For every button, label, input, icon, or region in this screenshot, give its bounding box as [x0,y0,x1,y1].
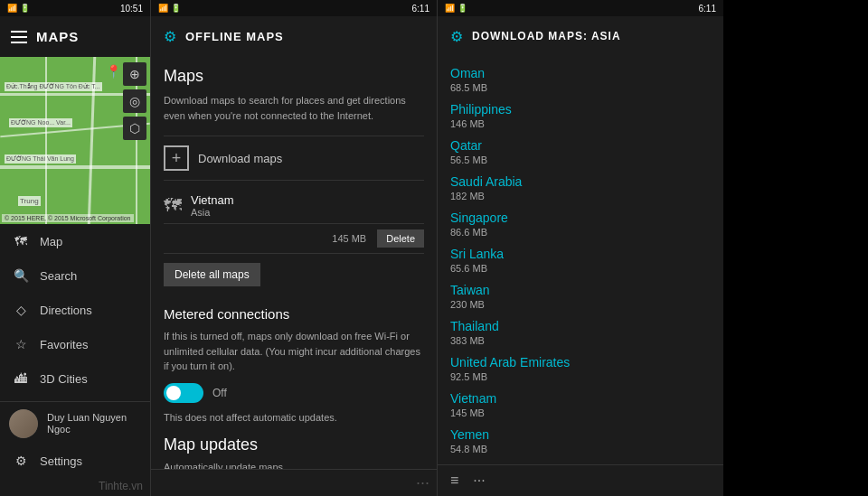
map-location-btn[interactable]: ◎ [123,89,146,113]
vietnam-name: Vietnam [191,193,424,207]
country-item[interactable]: Saudi Arabia 182 MB [450,170,711,206]
watermark: Tinhte.vn [99,480,143,492]
map-copyright: © 2015 HERE, © 2015 Microsoft Corporatio… [2,214,134,222]
asia-header-title: DOWNLOAD MAPS: ASIA [472,30,621,42]
country-item[interactable]: Thailand 383 MB [450,314,711,351]
battery-icon-3: 🔋 [458,4,467,13]
country-item[interactable]: Oman 68.5 MB [450,61,711,98]
settings-label: Settings [40,454,82,468]
country-item[interactable]: Yemen 54.8 MB [450,423,711,459]
download-maps-label: Download maps [198,152,282,165]
offline-header: ⚙ OFFLINE MAPS [151,16,437,56]
sidebar-item-map[interactable]: 🗺 Map [0,224,150,258]
country-item[interactable]: Singapore 86.6 MB [450,206,711,242]
clock-2: 6:11 [412,4,429,14]
download-maps-row[interactable]: + Download maps [164,136,424,181]
gear-icon-blue: ⚙ [164,28,176,45]
sidebar-item-3dcities-label: 3D Cities [40,372,88,386]
country-name: Taiwan [450,283,711,297]
vietnam-region: Asia [191,207,424,218]
place-trung: Trung [18,196,41,206]
hamburger-menu-icon[interactable] [11,31,27,43]
toggle-note: This does not affect automatic updates. [164,412,424,423]
asia-maps-panel: 📶 🔋 6:11 ⚙ DOWNLOAD MAPS: ASIA Oman 68.5… [437,0,723,496]
wifi-icon-3: 📶 [445,4,455,13]
country-item[interactable]: Philippines 146 MB [450,98,711,134]
clock-3: 6:11 [699,4,716,14]
clock-1: 10:51 [120,4,143,14]
map-layers-btn[interactable]: ⊕ [123,62,146,86]
country-name: Qatar [450,138,711,153]
wifi-icon: 📶 [7,4,17,13]
avatar-image [9,409,38,438]
offline-header-title: OFFLINE MAPS [185,30,284,43]
country-name: Philippines [450,102,711,117]
country-size: 54.8 MB [450,444,711,454]
more-icon[interactable]: ··· [416,473,429,492]
sidebar-item-search-label: Search [40,269,77,283]
country-size: 56.5 MB [450,154,711,165]
delete-vietnam-button[interactable]: Delete [377,229,424,248]
maps-section-desc: Download maps to search for places and g… [164,93,424,123]
asia-header: ⚙ DOWNLOAD MAPS: ASIA [438,16,723,56]
settings-icon: ⚙ [13,453,29,469]
delete-all-button[interactable]: Delete all maps [164,263,260,286]
country-name: Singapore [450,211,711,225]
country-size: 65.6 MB [450,263,711,274]
sidebar-header: MAPS [0,16,150,57]
country-size: 68.5 MB [450,82,711,93]
panel-dots-1: Tinhte.vn [0,476,150,496]
offline-footer: ··· [151,469,437,496]
vietnam-map-entry: 🗺 Vietnam Asia [164,188,424,224]
maps-section-title: Maps [164,67,424,86]
user-profile[interactable]: Duy Luan Nguyen Ngoc [0,402,150,445]
signal-icons-2: 📶 🔋 [158,4,181,13]
sidebar-item-search[interactable]: 🔍 Search [0,258,150,293]
status-bar-2: 📶 🔋 6:11 [151,0,437,16]
country-name: United Arab Emirates [450,355,711,370]
country-size: 182 MB [450,191,711,201]
toggle-state-label: Off [212,387,227,399]
footer-action-icons: ≡ ··· [450,473,486,489]
country-size: 146 MB [450,118,711,129]
map-preview: Đức.Thắng ĐƯỜNG Tôn Đức T... ĐƯỜNG Noo..… [0,57,150,224]
ellipsis-icon[interactable]: ··· [473,473,485,489]
status-bar-3: 📶 🔋 6:11 [438,0,723,16]
country-item[interactable]: Qatar 56.5 MB [450,134,711,170]
country-item[interactable]: United Arab Emirates 92.5 MB [450,351,711,387]
map-3d-btn[interactable]: ⬡ [123,117,146,140]
metered-toggle[interactable] [164,383,203,403]
country-size: 92.5 MB [450,371,711,382]
road-label-2: ĐƯỜNG Noo... Var... [9,118,72,127]
user-name: Duy Luan Nguyen Ngoc [47,412,141,435]
sidebar-item-favorites[interactable]: ☆ Favorites [0,327,150,361]
map-visualization: Đức.Thắng ĐƯỜNG Tôn Đức T... ĐƯỜNG Noo..… [0,57,150,224]
avatar [9,409,38,438]
country-item[interactable]: Sri Lanka 65.6 MB [450,242,711,278]
sidebar-item-directions[interactable]: ◇ Directions [0,293,150,327]
list-icon[interactable]: ≡ [450,473,458,489]
country-name: Saudi Arabia [450,174,711,189]
directions-icon: ◇ [13,302,29,318]
sidebar-footer: Duy Luan Nguyen Ngoc ⚙ Settings Tinhte.v… [0,401,150,496]
signal-bars: 🔋 [20,4,30,13]
road-h3 [0,165,150,169]
hamburger-line [11,31,27,33]
country-name: Oman [450,66,711,80]
sidebar-item-map-label: Map [40,235,62,248]
toggle-knob [166,386,181,400]
road-label-1: Đức.Thắng ĐƯỜNG Tôn Đức T... [5,82,102,91]
country-item[interactable]: Vietnam 145 MB [450,387,711,423]
map-entry-icon: 🗺 [164,195,182,216]
country-item[interactable]: Taiwan 230 MB [450,278,711,314]
settings-item[interactable]: ⚙ Settings [0,445,150,476]
map-icon: 🗺 [13,233,29,249]
map-entry-info: Vietnam Asia [191,193,424,218]
search-icon: 🔍 [13,267,29,284]
country-size: 230 MB [450,299,711,310]
favorites-icon: ☆ [13,336,29,352]
sidebar-item-3dcities[interactable]: 🏙 3D Cities [0,361,150,396]
offline-maps-panel: 📶 🔋 6:11 ⚙ OFFLINE MAPS Maps Download ma… [150,0,437,496]
country-name: Vietnam [450,391,711,406]
signal-icons-3: 📶 🔋 [445,4,467,13]
